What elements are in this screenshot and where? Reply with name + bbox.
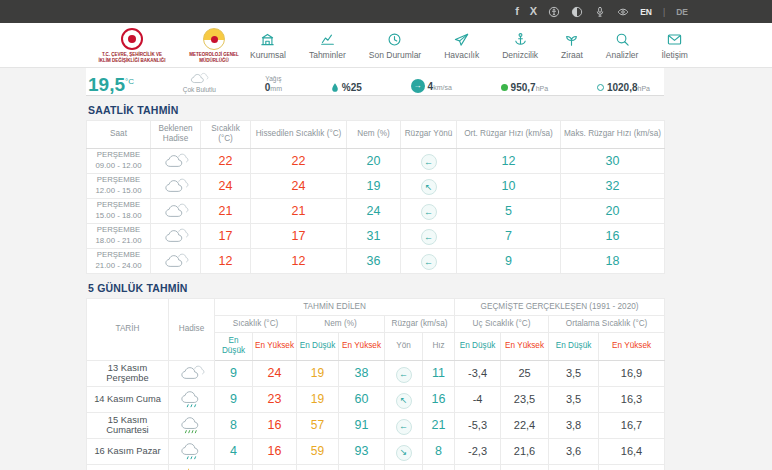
temp-cell: 12 bbox=[201, 248, 251, 273]
hourly-header-row: Saat Beklenen Hadise Sıcaklık (°C) Hisse… bbox=[87, 121, 665, 149]
ext-max-cell: 21,6 bbox=[501, 464, 549, 470]
nav-item-son-durumlar[interactable]: Son Durumlar bbox=[369, 32, 421, 60]
wind-direction-icon: ← bbox=[421, 204, 437, 220]
x-twitter-icon[interactable]: X bbox=[530, 6, 537, 17]
col-nem: Nem (%) bbox=[347, 121, 401, 149]
cloudy-icon bbox=[162, 151, 190, 171]
nav-item-ziraat[interactable]: Ziraat bbox=[561, 32, 583, 60]
header: T.C. ÇEVRE, ŞEHİRCİLİK VE İKLİM DEĞİŞİKL… bbox=[0, 23, 772, 68]
hum-min-cell: 59 bbox=[297, 438, 339, 464]
date-cell: 16 Kasım Pazar bbox=[87, 438, 169, 464]
hum-min-cell: 57 bbox=[297, 412, 339, 438]
wind-speed-cell: 11 bbox=[423, 360, 455, 386]
cloudy-icon bbox=[188, 71, 210, 86]
humidity: %25 bbox=[331, 82, 362, 93]
subgroup-ortalama-sicaklik: Ortalama Sıcaklık (°C) bbox=[549, 315, 665, 332]
anchor-icon bbox=[513, 32, 528, 47]
col-tarih: TARİH bbox=[87, 298, 169, 360]
wind-max-cell: 16 bbox=[561, 223, 665, 248]
envelope-icon bbox=[667, 32, 682, 47]
ministry-logo[interactable]: T.C. ÇEVRE, ŞEHİRCİLİK VE İKLİM DEĞİŞİKL… bbox=[96, 28, 168, 64]
col-hadise: Beklenen Hadise bbox=[151, 121, 201, 149]
microphone-icon[interactable] bbox=[594, 6, 606, 18]
time-cell: PERŞEMBE12.00 - 15.00 bbox=[87, 173, 151, 198]
lang-en-button[interactable]: EN bbox=[640, 7, 652, 17]
pressure2-value: 1020,8hPa bbox=[607, 82, 650, 93]
time-cell: PERŞEMBE18.00 - 21.00 bbox=[87, 223, 151, 248]
rain-icon bbox=[178, 441, 206, 461]
temp-cell: 21 bbox=[201, 198, 251, 223]
mgm-logo-caption: METEOROLOJİ GENEL MÜDÜRLÜĞÜ bbox=[178, 52, 250, 64]
temp-max-cell: 15 bbox=[253, 464, 297, 470]
wind-direction-icon: ← bbox=[396, 419, 412, 435]
nav-item-tahminler[interactable]: Tahminler bbox=[309, 32, 346, 60]
nav-item-analizler[interactable]: Analizler bbox=[606, 32, 639, 60]
humidity-cell: 20 bbox=[347, 148, 401, 173]
avg-min-cell: 3,6 bbox=[549, 464, 599, 470]
contrast-icon[interactable] bbox=[571, 6, 583, 18]
station-pressure: 950,7hPa bbox=[501, 82, 549, 93]
facebook-icon[interactable]: f bbox=[515, 6, 519, 17]
ext-min-cell: -4 bbox=[455, 386, 501, 412]
ext-max-cell: 21,6 bbox=[501, 438, 549, 464]
hum-min-cell: 19 bbox=[297, 386, 339, 412]
sea-level-pressure: 1020,8hPa bbox=[597, 82, 650, 93]
temp-cell: 24 bbox=[201, 173, 251, 198]
condition-cell bbox=[151, 198, 201, 223]
humidity-cell: 31 bbox=[347, 223, 401, 248]
condition-cell bbox=[169, 412, 215, 438]
wind-direction-icon: ← bbox=[421, 229, 437, 245]
col-hiz: Hız bbox=[423, 333, 455, 361]
ext-min-cell: -3,4 bbox=[455, 360, 501, 386]
avg-max-cell: 16,9 bbox=[599, 360, 665, 386]
condition-cell bbox=[151, 148, 201, 173]
wind-max-cell: 18 bbox=[561, 248, 665, 273]
temp-max-cell: 16 bbox=[253, 438, 297, 464]
temp-cell: 22 bbox=[201, 148, 251, 173]
date-cell: 17 Kasım Pazartesi bbox=[87, 464, 169, 470]
wind-dir-cell: ← bbox=[385, 412, 423, 438]
humidity-value: %25 bbox=[342, 82, 362, 93]
wind-max-cell: 30 bbox=[561, 148, 665, 173]
col-ruzgar-yonu: Rüzgar Yönü bbox=[401, 121, 457, 149]
hourly-row: PERŞEMBE09.00 - 12.00 22 22 20 ← 12 30 bbox=[87, 148, 665, 173]
col-ext-max: En Yüksek bbox=[501, 333, 549, 361]
accessibility-icon[interactable] bbox=[548, 6, 560, 18]
nav-item-kurumsal[interactable]: Kurumsal bbox=[250, 32, 286, 60]
group-tahmin-edilen: TAHMİN EDİLEN bbox=[215, 298, 455, 315]
main-content: 19,5°C Çok Bulutlu Yağış 0mm %25 → 4km/s… bbox=[86, 68, 664, 470]
wind-direction-icon: ↘ bbox=[396, 445, 412, 461]
temp-cell: 17 bbox=[201, 223, 251, 248]
hum-max-cell: 93 bbox=[339, 438, 385, 464]
mgm-logo-icon bbox=[203, 28, 225, 50]
nav-label: Son Durumlar bbox=[369, 50, 421, 60]
condition-label: Çok Bulutlu bbox=[183, 87, 216, 94]
wind-avg-cell: 12 bbox=[457, 148, 561, 173]
nav-item-havacilik[interactable]: Havacılık bbox=[444, 32, 479, 60]
condition-cell bbox=[151, 223, 201, 248]
daily-row: 17 Kasım Pazartesi 0 15 49 96 ↘ 5 -2,7 2… bbox=[87, 464, 665, 470]
nav-item-denizcilik[interactable]: Denizcilik bbox=[502, 32, 538, 60]
nav-item-iletisim[interactable]: İletişim bbox=[661, 32, 687, 60]
rain-icon bbox=[178, 389, 206, 409]
cloudy-icon bbox=[178, 363, 206, 383]
current-conditions-strip: 19,5°C Çok Bulutlu Yağış 0mm %25 → 4km/s… bbox=[86, 68, 664, 96]
temp-max-cell: 23 bbox=[253, 386, 297, 412]
lang-de-button[interactable]: DE bbox=[676, 7, 688, 17]
nav-label: Kurumsal bbox=[250, 50, 286, 60]
col-yon: Yön bbox=[385, 333, 423, 361]
eye-icon[interactable] bbox=[617, 6, 629, 18]
avg-max-cell: 16,7 bbox=[599, 412, 665, 438]
feels-cell: 22 bbox=[251, 148, 347, 173]
avg-max-cell: 16,9 bbox=[599, 464, 665, 470]
avg-max-cell: 16,4 bbox=[599, 438, 665, 464]
wind-dir-cell: ↖ bbox=[385, 386, 423, 412]
wind-dir-cell: ↘ bbox=[385, 438, 423, 464]
wind-avg-cell: 7 bbox=[457, 223, 561, 248]
mgm-logo[interactable]: METEOROLOJİ GENEL MÜDÜRLÜĞÜ bbox=[178, 28, 250, 64]
ext-max-cell: 22,4 bbox=[501, 412, 549, 438]
wind-dir-cell: ← bbox=[401, 148, 457, 173]
chart-icon bbox=[320, 32, 335, 47]
sprout-icon bbox=[564, 32, 579, 47]
date-cell: 13 Kasım Perşembe bbox=[87, 360, 169, 386]
